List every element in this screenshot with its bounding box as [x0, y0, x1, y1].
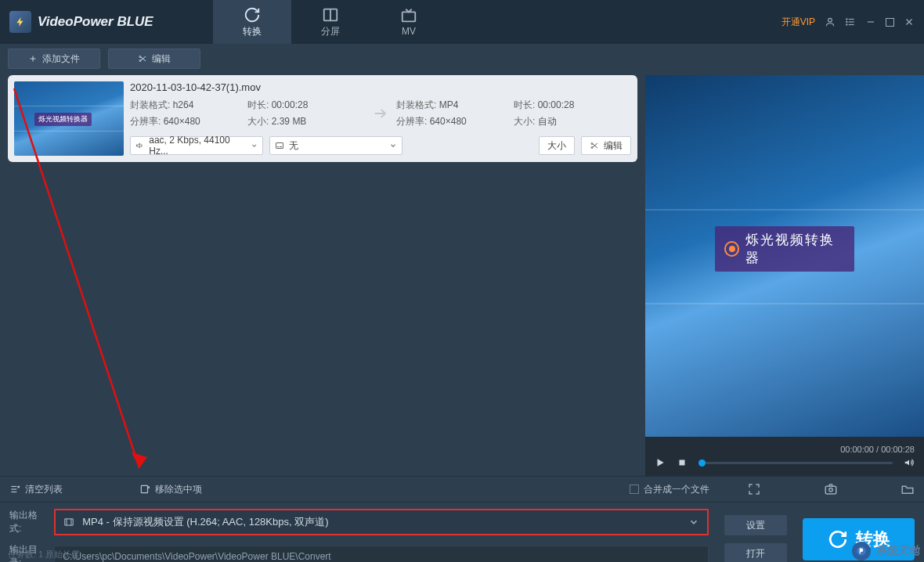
player-controls: 00:00:00 / 00:00:28: [645, 437, 924, 476]
list-icon[interactable]: [845, 16, 856, 27]
edit-button[interactable]: 编辑: [108, 49, 200, 69]
file-thumbnail[interactable]: 烁光视频转换器: [14, 81, 124, 156]
preview-image[interactable]: 烁光视频转换器: [645, 75, 924, 437]
dst-size: 自动: [538, 116, 557, 127]
svg-point-15: [139, 56, 141, 58]
checkbox-icon: [630, 485, 639, 494]
svg-rect-35: [825, 486, 836, 494]
src-size: 2.39 MB: [272, 116, 307, 127]
dst-duration-label: 时长:: [514, 99, 535, 110]
output-format-select[interactable]: MP4 - 保持源视频设置 (H.264; AAC, 128Kbps, 双声道): [54, 509, 709, 535]
badge-orb-icon: [724, 241, 739, 257]
svg-point-22: [591, 143, 593, 145]
size-button[interactable]: 大小: [539, 136, 575, 155]
audio-dropdown[interactable]: aac, 2 Kbps, 44100 Hz...: [130, 136, 263, 155]
time-current: 00:00:00: [840, 445, 874, 454]
folder-icon[interactable]: [901, 482, 915, 496]
sound-icon: [135, 141, 144, 150]
svg-rect-2: [402, 12, 416, 21]
spec-grid: 封装格式: h264 时长: 00:00:28 封装格式: MP4 时长: 00…: [130, 99, 631, 128]
scissors-icon: [590, 141, 599, 150]
src-size-label: 大小:: [247, 116, 269, 127]
subtitle-dropdown[interactable]: 无: [269, 136, 402, 155]
svg-point-9: [846, 24, 847, 25]
svg-point-16: [139, 60, 141, 62]
svg-point-36: [829, 488, 833, 492]
tab-convert[interactable]: 转换: [213, 0, 291, 44]
dst-container: MP4: [439, 99, 459, 110]
vip-link[interactable]: 开通VIP: [781, 16, 815, 29]
preview-panel: 烁光视频转换器 00:00:00 / 00:00:28: [645, 75, 924, 476]
add-file-button[interactable]: 添加文件: [8, 49, 100, 69]
mid-bar: 清空列表 移除选中项 合并成一个文件: [0, 476, 924, 503]
tab-convert-label: 转换: [243, 25, 262, 38]
volume-icon[interactable]: [904, 457, 915, 468]
remove-selected-button[interactable]: 移除选中项: [139, 483, 202, 496]
dst-size-label: 大小:: [514, 116, 535, 127]
open-folder-button[interactable]: 打开: [724, 543, 787, 562]
file-card[interactable]: 烁光视频转换器 2020-11-03-10-42-37(1).mov 封装格式:…: [8, 75, 637, 162]
output-dir-input[interactable]: C:\Users\pc\Documents\VideoPower\VideoPo…: [54, 546, 709, 562]
close-icon[interactable]: [904, 16, 915, 27]
svg-point-8: [846, 21, 847, 22]
seek-bar[interactable]: [698, 462, 893, 464]
tab-split[interactable]: 分屏: [291, 0, 370, 44]
svg-rect-37: [65, 519, 74, 525]
svg-line-24: [593, 144, 597, 148]
chevron-down-icon: [688, 517, 699, 528]
stop-icon[interactable]: [677, 457, 688, 468]
maximize-icon[interactable]: [886, 18, 894, 27]
svg-rect-19: [276, 143, 283, 149]
scissors-icon: [138, 54, 147, 63]
preview-overlay-badge: 烁光视频转换器: [715, 226, 854, 272]
logo-area: VideoPower BLUE: [9, 11, 213, 33]
status-line: 任务数: 1 原始长度: [8, 549, 80, 560]
thumb-badge: 烁光视频转换器: [34, 113, 92, 126]
camera-icon[interactable]: [824, 482, 838, 496]
file-info: 2020-11-03-10-42-37(1).mov 封装格式: h264 时长…: [130, 81, 631, 156]
plus-icon: [28, 54, 38, 63]
window-controls: 开通VIP: [781, 16, 924, 29]
src-res-label: 分辨率:: [130, 116, 161, 127]
video-format-icon: [63, 517, 74, 528]
clear-icon: [9, 484, 20, 495]
output-dir-value: C:\Users\pc\Documents\VideoPower\VideoPo…: [63, 551, 330, 562]
output-dir-row: 输出目录: C:\Users\pc\Documents\VideoPower\V…: [9, 543, 709, 562]
dst-container-label: 封装格式:: [396, 99, 436, 110]
fullscreen-icon[interactable]: [747, 482, 761, 496]
dst-res-label: 分辨率:: [396, 116, 427, 127]
output-format-value: MP4 - 保持源视频设置 (H.264; AAC, 128Kbps, 双声道): [82, 515, 328, 529]
merge-checkbox[interactable]: 合并成一个文件: [630, 483, 709, 496]
file-list-area: 烁光视频转换器 2020-11-03-10-42-37(1).mov 封装格式:…: [0, 75, 645, 476]
main-row: 烁光视频转换器 2020-11-03-10-42-37(1).mov 封装格式:…: [0, 75, 924, 476]
remove-selected-label: 移除选中项: [155, 483, 202, 496]
dst-duration: 00:00:28: [538, 99, 575, 110]
output-format-label: 输出格式:: [9, 509, 48, 535]
settings-button[interactable]: 设置: [724, 515, 787, 535]
tab-mv-label: MV: [402, 26, 416, 37]
svg-line-18: [141, 56, 146, 60]
subtitle-dd-text: 无: [289, 139, 298, 153]
remove-icon: [139, 484, 150, 495]
app-logo-icon: [9, 11, 31, 33]
file-edit-button[interactable]: 编辑: [581, 136, 631, 155]
clear-list-button[interactable]: 清空列表: [9, 483, 63, 496]
play-icon[interactable]: [655, 457, 666, 468]
split-icon: [322, 6, 339, 23]
file-name: 2020-11-03-10-42-37(1).mov: [130, 81, 631, 93]
svg-point-3: [828, 18, 832, 22]
side-buttons: 设置 打开: [724, 515, 787, 562]
user-icon[interactable]: [825, 16, 836, 27]
time-total: 00:00:28: [881, 445, 915, 454]
toolbar: 添加文件 编辑: [0, 44, 924, 69]
edit-label: 编辑: [152, 52, 171, 66]
minimize-icon[interactable]: [865, 16, 876, 27]
svg-line-25: [593, 143, 597, 147]
tab-mv[interactable]: MV: [370, 0, 448, 44]
titlebar: VideoPower BLUE 转换 分屏 MV 开通VIP: [0, 0, 924, 44]
file-bottom-controls: aac, 2 Kbps, 44100 Hz... 无 大小 编辑: [130, 136, 631, 155]
chevron-down-icon: [251, 142, 258, 150]
merge-label: 合并成一个文件: [644, 483, 709, 496]
svg-rect-32: [141, 485, 147, 492]
src-container-label: 封装格式:: [130, 99, 170, 110]
